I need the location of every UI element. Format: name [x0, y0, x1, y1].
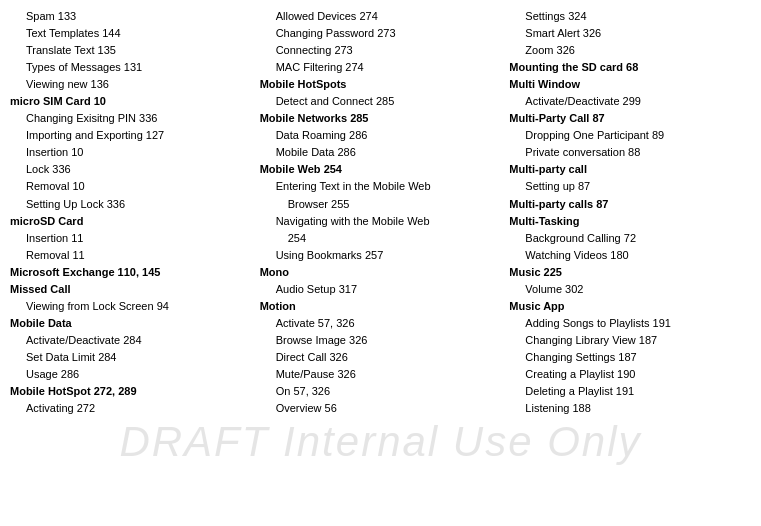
- entry-0-19: Activate/Deactivate 284: [10, 332, 252, 349]
- entry-2-9: Multi-party call: [509, 161, 751, 178]
- entry-2-13: Background Calling 72: [509, 230, 751, 247]
- column-2: Settings 324Smart Alert 326Zoom 326Mount…: [505, 8, 755, 520]
- entry-0-23: Activating 272: [10, 400, 252, 417]
- entry-1-8: Mobile Data 286: [260, 144, 502, 161]
- entry-1-11: Browser 255: [260, 196, 502, 213]
- entry-1-5: Detect and Connect 285: [260, 93, 502, 110]
- entry-0-11: Setting Up Lock 336: [10, 196, 252, 213]
- entry-2-12: Multi-Tasking: [509, 213, 751, 230]
- entry-1-9: Mobile Web 254: [260, 161, 502, 178]
- entry-1-16: Audio Setup 317: [260, 281, 502, 298]
- entry-1-21: Mute/Pause 326: [260, 366, 502, 383]
- entry-2-20: Changing Settings 187: [509, 349, 751, 366]
- entry-2-2: Zoom 326: [509, 42, 751, 59]
- entry-2-7: Dropping One Participant 89: [509, 127, 751, 144]
- column-1: Allowed Devices 274Changing Password 273…: [256, 8, 506, 520]
- entry-1-17: Motion: [260, 298, 502, 315]
- entry-0-9: Lock 336: [10, 161, 252, 178]
- entry-2-1: Smart Alert 326: [509, 25, 751, 42]
- entry-1-12: Navigating with the Mobile Web: [260, 213, 502, 230]
- entry-0-22: Mobile HotSpot 272, 289: [10, 383, 252, 400]
- entry-2-8: Private conversation 88: [509, 144, 751, 161]
- entry-1-1: Changing Password 273: [260, 25, 502, 42]
- entry-2-5: Activate/Deactivate 299: [509, 93, 751, 110]
- entry-1-18: Activate 57, 326: [260, 315, 502, 332]
- entry-2-17: Music App: [509, 298, 751, 315]
- entry-1-6: Mobile Networks 285: [260, 110, 502, 127]
- entry-2-21: Creating a Playlist 190: [509, 366, 751, 383]
- entry-0-4: Viewing new 136: [10, 76, 252, 93]
- entry-0-1: Text Templates 144: [10, 25, 252, 42]
- entry-0-0: Spam 133: [10, 8, 252, 25]
- entry-1-20: Direct Call 326: [260, 349, 502, 366]
- entry-0-12: microSD Card: [10, 213, 252, 230]
- entry-1-0: Allowed Devices 274: [260, 8, 502, 25]
- entry-1-22: On 57, 326: [260, 383, 502, 400]
- entry-0-8: Insertion 10: [10, 144, 252, 161]
- entry-0-17: Viewing from Lock Screen 94: [10, 298, 252, 315]
- entry-1-23: Overview 56: [260, 400, 502, 417]
- entry-0-21: Usage 286: [10, 366, 252, 383]
- entry-1-10: Entering Text in the Mobile Web: [260, 178, 502, 195]
- column-0: Spam 133Text Templates 144Translate Text…: [6, 8, 256, 520]
- entry-1-4: Mobile HotSpots: [260, 76, 502, 93]
- entry-0-14: Removal 11: [10, 247, 252, 264]
- entry-0-5: micro SIM Card 10: [10, 93, 252, 110]
- entry-2-10: Setting up 87: [509, 178, 751, 195]
- entry-2-6: Multi-Party Call 87: [509, 110, 751, 127]
- entry-0-13: Insertion 11: [10, 230, 252, 247]
- entry-0-10: Removal 10: [10, 178, 252, 195]
- entry-1-15: Mono: [260, 264, 502, 281]
- entry-2-0: Settings 324: [509, 8, 751, 25]
- page: Spam 133Text Templates 144Translate Text…: [0, 0, 761, 526]
- entry-2-11: Multi-party calls 87: [509, 196, 751, 213]
- entry-1-3: MAC Filtering 274: [260, 59, 502, 76]
- entry-2-3: Mounting the SD card 68: [509, 59, 751, 76]
- entry-2-16: Volume 302: [509, 281, 751, 298]
- entry-0-16: Missed Call: [10, 281, 252, 298]
- entry-2-19: Changing Library View 187: [509, 332, 751, 349]
- entry-2-18: Adding Songs to Playlists 191: [509, 315, 751, 332]
- entry-0-2: Translate Text 135: [10, 42, 252, 59]
- entry-2-4: Multi Window: [509, 76, 751, 93]
- entry-0-18: Mobile Data: [10, 315, 252, 332]
- entry-2-15: Music 225: [509, 264, 751, 281]
- entry-0-15: Microsoft Exchange 110, 145: [10, 264, 252, 281]
- entry-0-3: Types of Messages 131: [10, 59, 252, 76]
- entry-1-2: Connecting 273: [260, 42, 502, 59]
- entry-1-13: 254: [260, 230, 502, 247]
- entry-1-7: Data Roaming 286: [260, 127, 502, 144]
- entry-1-19: Browse Image 326: [260, 332, 502, 349]
- entry-2-22: Deleting a Playlist 191: [509, 383, 751, 400]
- entry-0-7: Importing and Exporting 127: [10, 127, 252, 144]
- entry-1-14: Using Bookmarks 257: [260, 247, 502, 264]
- entry-0-20: Set Data Limit 284: [10, 349, 252, 366]
- entry-0-6: Changing Exisitng PIN 336: [10, 110, 252, 127]
- entry-2-14: Watching Videos 180: [509, 247, 751, 264]
- entry-2-23: Listening 188: [509, 400, 751, 417]
